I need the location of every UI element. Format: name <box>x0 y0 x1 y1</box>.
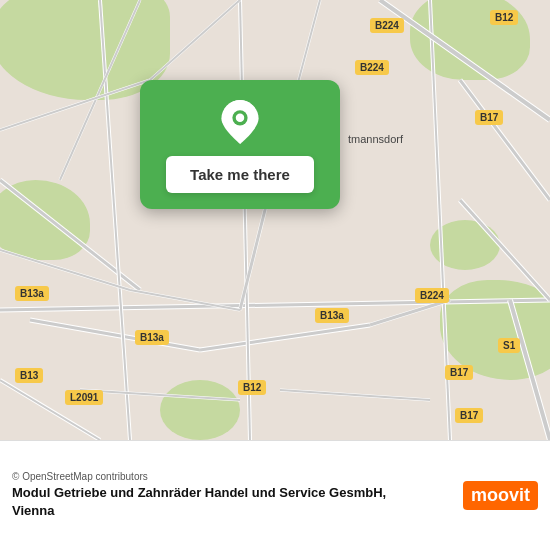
svg-line-23 <box>510 300 550 440</box>
road-label-b13: B13 <box>15 368 43 383</box>
map-container[interactable]: B224 B12 B224 B17 B13a B13a B13a B17 B22… <box>0 0 550 440</box>
road-label-b12-top: B12 <box>490 10 518 25</box>
app: B224 B12 B224 B17 B13a B13a B13a B17 B22… <box>0 0 550 550</box>
svg-line-17 <box>460 80 550 200</box>
take-me-there-popup[interactable]: Take me there <box>140 80 340 209</box>
road-label-b17-top: B17 <box>475 110 503 125</box>
road-label-b13a-right: B13a <box>315 308 349 323</box>
road-label-s1: S1 <box>498 338 520 353</box>
svg-line-3 <box>0 300 550 310</box>
info-panel: © OpenStreetMap contributors Modul Getri… <box>0 440 550 550</box>
road-label-b17-lower: B17 <box>455 408 483 423</box>
road-label-b224-mid: B224 <box>355 60 389 75</box>
take-me-there-button[interactable]: Take me there <box>166 156 314 193</box>
road-label-b13a-left: B13a <box>15 286 49 301</box>
moovit-logo: moovit <box>463 481 538 510</box>
svg-line-11 <box>240 0 250 440</box>
road-label-b13a-center: B13a <box>135 330 169 345</box>
svg-line-7 <box>200 325 370 350</box>
location-pin-icon <box>218 100 262 144</box>
moovit-label: moovit <box>471 485 530 506</box>
svg-line-39 <box>80 390 240 400</box>
road-label-b12-bottom: B12 <box>238 380 266 395</box>
road-label-b224-lower: B224 <box>415 288 449 303</box>
road-label-b17-mid: B17 <box>445 365 473 380</box>
road-label-l2091: L2091 <box>65 390 103 405</box>
info-left: © OpenStreetMap contributors Modul Getri… <box>12 471 432 520</box>
svg-line-9 <box>100 0 130 440</box>
svg-line-19 <box>460 200 550 300</box>
svg-line-5 <box>30 320 200 350</box>
svg-line-43 <box>150 0 240 80</box>
svg-line-37 <box>280 390 430 400</box>
road-label-b224-top: B224 <box>370 18 404 33</box>
svg-line-41 <box>0 80 150 130</box>
business-name: Modul Getriebe und Zahnräder Handel und … <box>12 484 432 520</box>
svg-line-15 <box>380 0 550 120</box>
osm-credit: © OpenStreetMap contributors <box>12 471 432 482</box>
svg-point-46 <box>236 114 244 122</box>
